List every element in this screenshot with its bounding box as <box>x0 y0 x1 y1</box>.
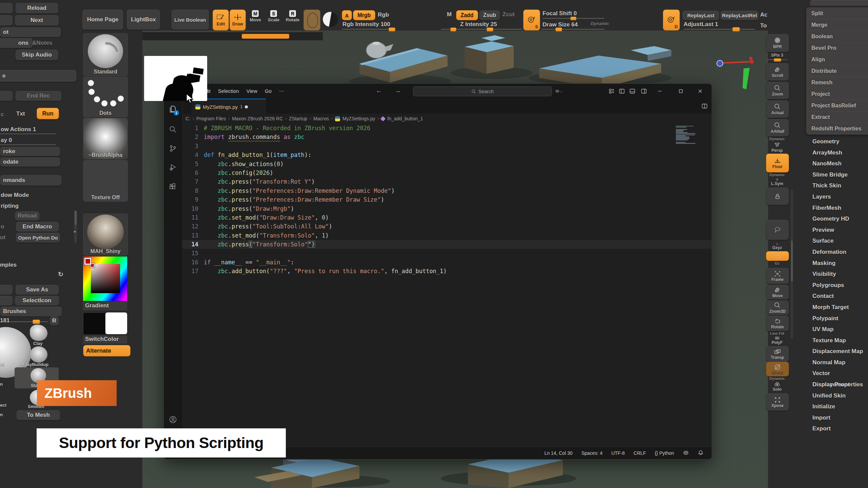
scroll-arrow-icon[interactable]: ▶ <box>74 230 76 233</box>
code-line[interactable]: 10 zbc.press("Draw:Mrgb") <box>182 204 712 213</box>
brush-count-slider[interactable]: 181 <box>0 317 9 324</box>
replay-last-button[interactable]: ReplayLast <box>682 11 719 20</box>
split-editor-icon[interactable] <box>701 102 708 110</box>
reload-script-button[interactable]: Reload <box>15 211 40 221</box>
breadcrumb-item[interactable]: Macros <box>313 116 329 121</box>
subpalette-unified-skin[interactable]: Unified Skin <box>806 390 868 402</box>
copilot-status-icon[interactable] <box>683 450 689 457</box>
wide-button-e[interactable]: e <box>0 70 77 82</box>
subpalette-display-properties[interactable]: Display Properties <box>806 379 868 390</box>
shelf-item-gxyz[interactable]: Gxyz <box>766 243 788 250</box>
cut-button-4[interactable] <box>0 285 13 295</box>
code-line[interactable]: 6 zbc.config(2026) <box>182 168 712 177</box>
shelf-button-floor[interactable]: Floor <box>766 154 789 172</box>
adjust-last-slider[interactable]: AdjustLast 1 <box>684 21 718 28</box>
menu-item-project-basrelief[interactable]: Project BasRelief <box>807 100 868 111</box>
current-stroke-tile[interactable]: Dots <box>83 77 128 117</box>
menu-[interactable]: ⋯ <box>276 86 288 96</box>
secondary-color-swatch[interactable] <box>105 312 127 334</box>
cursor-position[interactable]: Ln 14, Col 30 <box>544 450 572 456</box>
subpalette-surface[interactable]: Surface <box>806 236 868 247</box>
stencil-button[interactable] <box>303 9 320 30</box>
brush-thumb-claybuildup[interactable] <box>30 346 47 363</box>
nav-forward-icon[interactable]: → <box>395 87 401 94</box>
shelf-button-xpose[interactable]: Xpose <box>766 393 789 411</box>
focal-shift-handle[interactable] <box>570 17 576 20</box>
subpalette-export[interactable]: Export <box>806 423 868 434</box>
subpalette-morph-target[interactable]: Morph Target <box>806 302 868 313</box>
draw-button[interactable]: Draw <box>230 9 246 30</box>
menu-item-extract[interactable]: Extract <box>807 111 868 123</box>
zcut-button[interactable]: Zcut <box>502 11 515 18</box>
breadcrumb-item[interactable]: C: <box>185 116 190 121</box>
shelf-button-transp[interactable]: Transp <box>766 346 789 362</box>
toggle-sidebar-icon[interactable] <box>618 87 626 95</box>
subpalette-nanomesh[interactable]: NanoMesh <box>806 158 868 169</box>
home-page-button[interactable]: Home Page <box>82 9 123 30</box>
replay-last-rel-button[interactable]: ReplayLastRel <box>720 11 759 20</box>
rgb-intensity-handle[interactable] <box>389 27 395 32</box>
focal-shift-slider[interactable]: Focal Shift 0 <box>542 10 577 17</box>
brush-thumb-clay[interactable] <box>30 325 47 341</box>
shelf-button-orbit[interactable] <box>766 251 789 261</box>
rgb-intensity-slider[interactable]: Rgb Intensity 100 <box>342 21 390 28</box>
subpalette-preview[interactable]: Preview <box>806 225 868 236</box>
code-line[interactable]: 9 zbc.press("Preferences:Draw:Remember D… <box>182 195 712 204</box>
a-toggle-button[interactable]: A <box>342 10 352 20</box>
shelf-button-move[interactable]: Move <box>766 285 789 300</box>
encoding[interactable]: UTF-8 <box>611 450 625 456</box>
select-icon-button[interactable]: SelectIcon <box>15 296 59 306</box>
gizmo-axis[interactable] <box>717 57 754 89</box>
edit-button[interactable]: Edit <box>213 9 229 30</box>
adjust-last-handle[interactable] <box>732 27 740 32</box>
code-line[interactable]: 15 <box>182 249 712 258</box>
txt-label[interactable]: Txt <box>16 110 25 117</box>
menu-item-merge[interactable]: Merge <box>807 19 868 30</box>
menu-selection[interactable]: Selection <box>215 86 242 96</box>
shelf-button-frame[interactable]: Frame <box>766 268 789 284</box>
shelf-button-lock[interactable] <box>766 187 789 205</box>
minimize-icon[interactable] <box>656 87 664 95</box>
toggle-secondary-sidebar-icon[interactable] <box>640 87 648 95</box>
shelf-button-actual[interactable]: Actual <box>766 100 789 118</box>
delay-slider[interactable]: ay 0 <box>1 137 12 144</box>
z-intensity-handle-left[interactable] <box>450 27 456 32</box>
mrgb-button[interactable]: Mrgb <box>353 10 375 20</box>
commands-button[interactable]: nmands <box>0 175 62 186</box>
menu-item-bevel-pro[interactable]: Bevel Pro <box>807 42 868 54</box>
nav-back-icon[interactable]: ← <box>376 87 382 94</box>
scale-button[interactable]: S Scale <box>266 10 281 22</box>
eol-sequence[interactable]: CRLF <box>634 450 646 456</box>
draw-size-slider[interactable]: Draw Size 64 <box>542 21 578 28</box>
current-material-tile[interactable]: MAH_Shiny <box>83 214 128 256</box>
open-python-button[interactable]: Open Python Do <box>16 232 60 243</box>
subpalette-fibermesh[interactable]: FiberMesh <box>806 203 868 214</box>
run-button[interactable]: Run <box>37 108 59 119</box>
code-editor[interactable]: 1# ZBRUSH MACRO - Recorded in ZBrush ver… <box>182 124 712 447</box>
language-mode[interactable]: {} Python <box>655 450 674 456</box>
shelf-button-bpr[interactable]: BPR <box>766 34 789 52</box>
current-alpha-tile[interactable]: ~BrushAlpha <box>83 118 128 159</box>
subpalette-normal-map[interactable]: Normal Map <box>806 357 868 368</box>
subpalette-initialize[interactable]: Initialize <box>806 401 868 412</box>
update-button[interactable]: odate <box>0 157 60 167</box>
m-label[interactable]: M <box>447 11 452 18</box>
draw-size-group-button[interactable]: S <box>523 9 540 30</box>
notes-label[interactable]: &Notes <box>32 40 53 46</box>
search-sidebar-icon[interactable] <box>164 122 182 137</box>
saturation-value-square[interactable] <box>91 264 120 293</box>
material-quick-sphere[interactable] <box>322 12 338 27</box>
end-rec-button[interactable]: End Rec <box>15 91 62 101</box>
code-line[interactable]: 1# ZBRUSH MACRO - Recorded in ZBrush ver… <box>182 124 712 133</box>
code-line[interactable]: 13 zbc.set_mod("Transform:Solo", 1) <box>182 231 712 240</box>
code-line[interactable]: 16if __name__ == "__main__": <box>182 258 712 267</box>
menu-go[interactable]: Go <box>261 86 275 96</box>
code-line[interactable]: 4def fn_add_button_1(item_path): <box>182 150 712 159</box>
subpalette-uv-map[interactable]: UV Map <box>806 324 868 335</box>
spix-handle[interactable] <box>774 58 781 62</box>
zadd-button[interactable]: Zadd <box>456 10 478 20</box>
color-gradient-picker[interactable] <box>83 257 127 301</box>
tab-bar[interactable]: MyZSettings.py 1 ⋯ <box>182 99 712 114</box>
brushes-button[interactable]: Brushes <box>0 306 62 317</box>
editor-more-actions-icon[interactable]: ⋯ <box>712 102 712 110</box>
